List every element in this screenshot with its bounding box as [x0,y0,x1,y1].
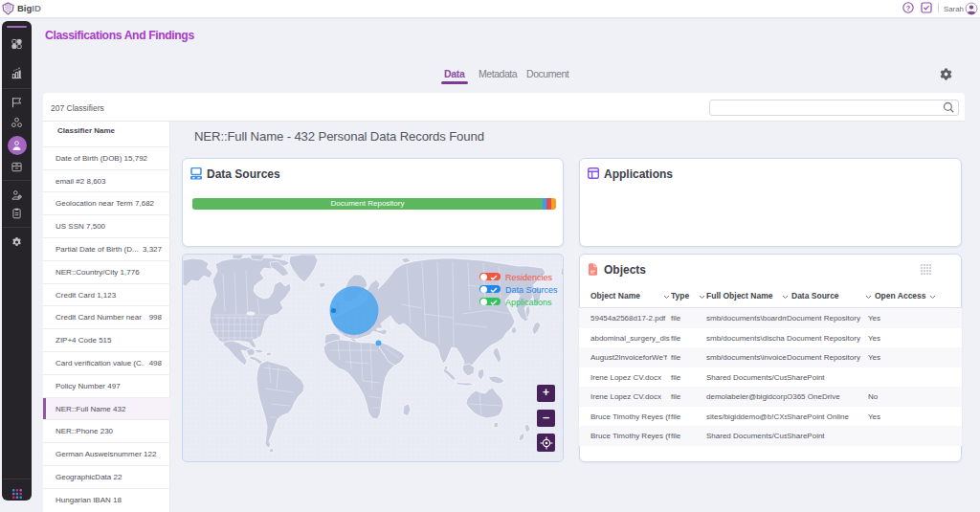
svg-text:?: ? [906,4,911,12]
